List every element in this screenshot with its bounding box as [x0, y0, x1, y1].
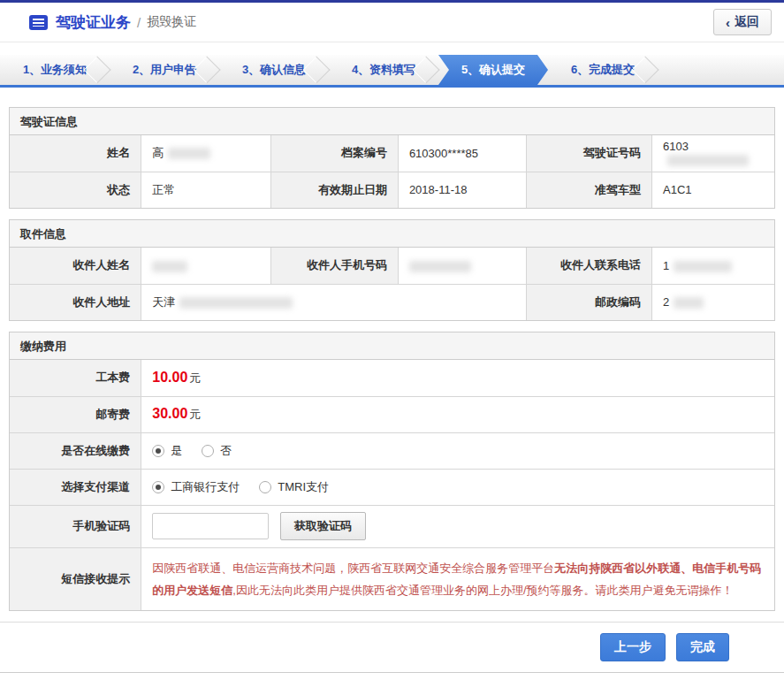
- field-label-license-number: 驾驶证号码: [527, 135, 652, 172]
- radio-icbc-icon[interactable]: [152, 481, 164, 493]
- field-label-recipient-name: 收件人姓名: [10, 248, 141, 284]
- field-label-status: 状态: [10, 172, 141, 208]
- finish-button[interactable]: 完成: [676, 633, 729, 661]
- field-value-online-pay: 是 否: [141, 432, 774, 469]
- currency-unit: 元: [189, 408, 201, 421]
- section-title: 取件信息: [10, 220, 774, 248]
- payment-fees-table: 工本费 10.00元 邮寄费 30.00元 是否在线缴费 是 否 选: [10, 360, 774, 610]
- table-row: 手机验证码 获取验证码: [10, 505, 774, 547]
- field-value-name: 高: [141, 135, 271, 172]
- step-1-business-notice: 1、业务须知: [0, 55, 110, 85]
- postage-fee-amount: 30.00: [152, 406, 187, 421]
- license-number-text: 6103: [663, 140, 689, 153]
- get-code-button[interactable]: 获取验证码: [280, 512, 366, 540]
- redacted-blur: [152, 261, 187, 272]
- radio-tmri-icon[interactable]: [259, 481, 271, 493]
- step-4-fill-data: 4、资料填写: [329, 55, 438, 85]
- table-row: 收件人地址 天津 邮政编码 2: [10, 284, 774, 320]
- page-header: 驾驶证业务 / 损毁换证 ‹ 返回: [0, 3, 784, 42]
- field-label-vehicle-class: 准驾车型: [527, 172, 652, 208]
- field-label-file-number: 档案编号: [271, 135, 399, 172]
- footer-actions: 上一步 完成: [0, 622, 784, 670]
- field-value-production-fee: 10.00元: [141, 360, 774, 396]
- field-value-recipient-name: [141, 248, 271, 284]
- field-value-vehicle-class: A1C1: [652, 172, 774, 208]
- field-label-sms-code: 手机验证码: [10, 505, 141, 547]
- step-6-finish-submit: 6、完成提交: [548, 55, 658, 85]
- field-value-recipient-address: 天津: [141, 284, 527, 320]
- redacted-blur: [179, 297, 293, 309]
- name-value-text: 高: [152, 146, 164, 159]
- step-5-confirm-submit: 5、确认提交: [438, 55, 548, 85]
- redacted-blur: [667, 155, 749, 166]
- notice-text-pre: 因陕西省联通、电信运营商技术问题，陕西省互联网交通安全综合服务管理平台: [152, 562, 554, 575]
- radio-yes-icon[interactable]: [152, 445, 164, 457]
- sms-code-input[interactable]: [152, 513, 269, 539]
- field-label-recipient-address: 收件人地址: [10, 284, 141, 320]
- license-info-table: 姓名 高 档案编号 610300****85 驾驶证号码 6103 状态 正常 …: [10, 135, 774, 208]
- field-value-postage-fee: 30.00元: [141, 396, 774, 432]
- field-value-pay-channel: 工商银行支付 TMRI支付: [141, 469, 774, 505]
- section-license-info: 驾驶证信息 姓名 高 档案编号 610300****85 驾驶证号码 6103 …: [9, 107, 775, 209]
- step-wizard: 1、业务须知 2、用户申告 3、确认信息 4、资料填写 5、确认提交 6、完成提…: [0, 55, 784, 88]
- field-value-sms-code: 获取验证码: [141, 505, 774, 547]
- table-row: 收件人姓名 收件人手机号码 收件人联系电话 1: [10, 248, 774, 284]
- field-label-recipient-phone: 收件人联系电话: [527, 248, 652, 284]
- online-pay-radio-group: 是 否: [152, 443, 764, 459]
- field-value-status: 正常: [141, 172, 271, 208]
- table-row: 短信接收提示 因陕西省联通、电信运营商技术问题，陕西省互联网交通安全综合服务管理…: [10, 547, 774, 610]
- field-label-valid-until: 有效期止日期: [271, 172, 399, 208]
- field-value-valid-until: 2018-11-18: [398, 172, 526, 208]
- notice-text-post: ,因此无法向此类用户提供陕西省交通管理业务的网上办理/预约等服务。请此类用户避免…: [232, 584, 733, 597]
- field-value-recipient-phone: 1: [652, 248, 774, 284]
- radio-tmri-label[interactable]: TMRI支付: [278, 479, 329, 495]
- field-value-sms-notice: 因陕西省联通、电信运营商技术问题，陕西省互联网交通安全综合服务管理平台无法向持陕…: [141, 547, 774, 610]
- radio-no-icon[interactable]: [202, 445, 214, 457]
- currency-unit: 元: [189, 371, 201, 385]
- breadcrumb: 驾驶证业务 / 损毁换证: [29, 12, 196, 33]
- page-bottom-divider: [0, 672, 784, 673]
- list-icon: [29, 15, 48, 30]
- redacted-blur: [674, 261, 732, 272]
- field-label-sms-notice: 短信接收提示: [10, 547, 141, 610]
- field-label-recipient-mobile: 收件人手机号码: [271, 248, 399, 284]
- radio-icbc-label[interactable]: 工商银行支付: [171, 479, 240, 495]
- table-row: 姓名 高 档案编号 610300****85 驾驶证号码 6103: [10, 135, 774, 172]
- table-row: 选择支付渠道 工商银行支付 TMRI支付: [10, 469, 774, 505]
- breadcrumb-separator: /: [137, 15, 141, 30]
- previous-step-button[interactable]: 上一步: [600, 633, 666, 661]
- table-row: 工本费 10.00元: [10, 360, 774, 396]
- field-value-license-number: 6103: [652, 135, 774, 172]
- field-label-postage-fee: 邮寄费: [10, 396, 141, 432]
- redacted-blur: [168, 148, 210, 159]
- sms-notice-text: 因陕西省联通、电信运营商技术问题，陕西省互联网交通安全综合服务管理平台无法向持陕…: [152, 557, 764, 601]
- field-label-postal-code: 邮政编码: [527, 284, 652, 320]
- recipient-address-text: 天津: [152, 295, 175, 309]
- table-row: 状态 正常 有效期止日期 2018-11-18 准驾车型 A1C1: [10, 172, 774, 208]
- pickup-info-table: 收件人姓名 收件人手机号码 收件人联系电话 1 收件人地址 天津 邮政编码 2: [10, 248, 774, 320]
- table-row: 邮寄费 30.00元: [10, 396, 774, 432]
- field-label-online-pay: 是否在线缴费: [10, 432, 141, 469]
- field-value-postal-code: 2: [652, 284, 774, 320]
- recipient-phone-text: 1: [663, 259, 669, 272]
- redacted-blur: [674, 297, 704, 309]
- redacted-blur: [409, 261, 471, 272]
- radio-yes-label[interactable]: 是: [171, 443, 182, 459]
- section-pickup-info: 取件信息 收件人姓名 收件人手机号码 收件人联系电话 1 收件人地址 天津 邮政…: [9, 219, 775, 321]
- back-button[interactable]: ‹ 返回: [713, 9, 772, 35]
- page-title: 驾驶证业务: [56, 12, 131, 33]
- section-payment-fees: 缴纳费用 工本费 10.00元 邮寄费 30.00元 是否在线缴费 是 否: [9, 332, 775, 611]
- field-label-pay-channel: 选择支付渠道: [10, 469, 141, 505]
- field-value-file-number: 610300****85: [398, 135, 526, 172]
- page-subtitle: 损毁换证: [147, 14, 196, 30]
- field-label-production-fee: 工本费: [10, 360, 141, 396]
- postal-code-text: 2: [663, 295, 669, 309]
- step-3-confirm-info: 3、确认信息: [219, 55, 329, 85]
- field-label-name: 姓名: [10, 135, 141, 172]
- section-title: 驾驶证信息: [10, 108, 774, 135]
- production-fee-amount: 10.00: [152, 370, 187, 385]
- step-2-user-declaration: 2、用户申告: [110, 55, 219, 85]
- field-value-recipient-mobile: [398, 248, 526, 284]
- radio-no-label[interactable]: 否: [220, 443, 232, 459]
- section-title: 缴纳费用: [10, 332, 774, 360]
